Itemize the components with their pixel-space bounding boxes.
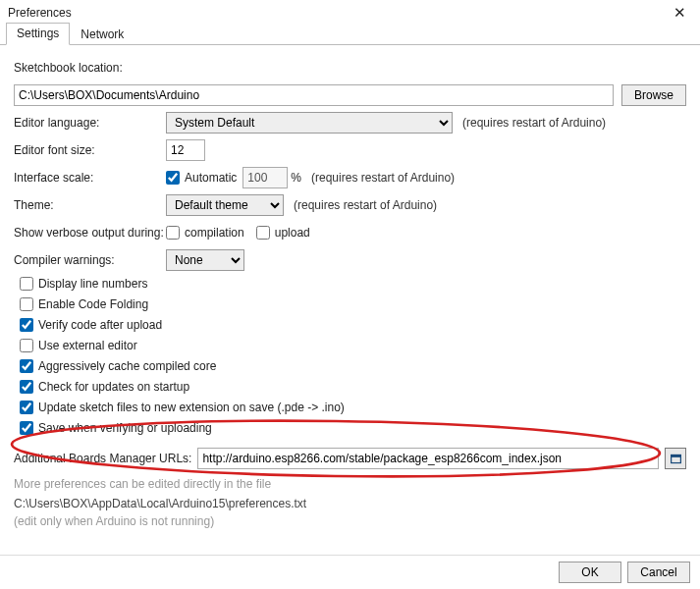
options-list: Display line numbers Enable Code Folding… [14,277,686,438]
verbose-compilation-input[interactable] [166,226,180,240]
scale-value-input[interactable] [242,167,288,188]
language-select[interactable]: System Default [166,112,453,134]
window-title: Preferences [8,6,72,20]
titlebar: Preferences ✕ [0,0,700,24]
opt-enable-code-folding[interactable]: Enable Code Folding [20,297,148,311]
theme-select[interactable]: Default theme [166,194,284,216]
scale-label: Interface scale: [14,171,166,185]
boards-url-label: Additional Boards Manager URLs: [14,452,191,465]
warnings-select[interactable]: None [166,249,244,271]
opt-check-updates[interactable]: Check for updates on startup [20,380,189,394]
boards-url-input[interactable] [197,448,659,469]
sketchbook-label: Sketchbook location: [14,61,123,75]
opt-update-sketch-ext[interactable]: Update sketch files to new extension on … [20,401,345,414]
scale-automatic-label: Automatic [185,171,237,185]
footer-note-1: More preferences can be edited directly … [14,477,686,491]
content: Sketchbook location: Browse Editor langu… [0,45,700,532]
scale-hint: (requires restart of Arduino) [311,171,455,185]
scale-unit: % [291,171,301,185]
footer-note-3: (edit only when Arduino is not running) [14,514,686,528]
verbose-upload-label: upload [275,226,310,240]
tab-settings[interactable]: Settings [6,23,70,45]
close-icon[interactable]: ✕ [668,4,692,22]
verbose-row: Show verbose output during: compilation … [14,222,686,243]
sketchbook-path-input[interactable] [14,84,614,106]
warnings-label: Compiler warnings: [14,253,166,267]
language-row: Editor language: System Default (require… [14,112,686,134]
theme-hint: (requires restart of Arduino) [294,198,437,212]
verbose-compilation-label: compilation [185,226,244,240]
fontsize-input[interactable] [166,139,205,161]
opt-save-on-verify[interactable]: Save when verifying or uploading [20,421,212,435]
boards-url-expand-button[interactable] [665,448,686,469]
opt-external-editor[interactable]: Use external editor [20,339,137,352]
warnings-row: Compiler warnings: None [14,249,686,271]
fontsize-label: Editor font size: [14,143,166,157]
scale-automatic-input[interactable] [166,171,180,185]
sketchbook-path-row: Browse [14,84,686,106]
ok-button[interactable]: OK [559,562,621,583]
language-hint: (requires restart of Arduino) [462,116,606,130]
opt-display-line-numbers[interactable]: Display line numbers [20,277,147,291]
theme-row: Theme: Default theme (requires restart o… [14,194,686,216]
fontsize-row: Editor font size: [14,139,686,161]
verbose-compilation-checkbox[interactable]: compilation [166,226,244,240]
scale-row: Interface scale: Automatic % (requires r… [14,167,686,188]
cancel-button[interactable]: Cancel [627,562,690,583]
tabstrip: Settings Network [0,24,700,45]
preferences-file-path[interactable]: C:\Users\BOX\AppData\Local\Arduino15\pre… [14,497,686,510]
footer-buttons: OK Cancel [559,554,690,583]
theme-label: Theme: [14,198,166,212]
svg-rect-1 [671,455,680,456]
window-icon [670,453,682,465]
verbose-upload-checkbox[interactable]: upload [256,226,310,240]
language-label: Editor language: [14,116,166,130]
browse-button[interactable]: Browse [621,84,686,106]
verbose-label: Show verbose output during: [14,226,166,240]
opt-cache-compiled-core[interactable]: Aggressively cache compiled core [20,359,216,373]
tab-network[interactable]: Network [70,24,135,45]
opt-verify-after-upload[interactable]: Verify code after upload [20,318,162,332]
scale-automatic-checkbox[interactable]: Automatic [166,171,237,185]
verbose-upload-input[interactable] [256,226,270,240]
boards-url-row: Additional Boards Manager URLs: [14,448,686,469]
sketchbook-label-row: Sketchbook location: [14,57,686,79]
